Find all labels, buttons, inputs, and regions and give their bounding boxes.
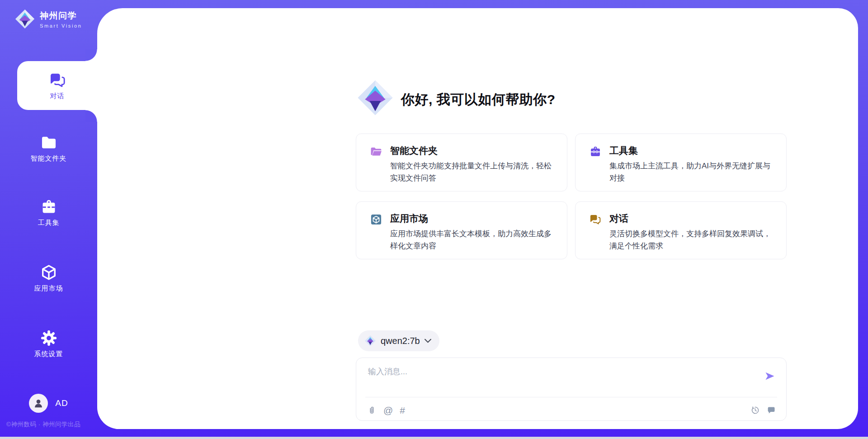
card-title: 智能文件夹 <box>390 145 556 156</box>
avatar <box>29 394 48 413</box>
sidebar-item-smart-folder[interactable]: 智能文件夹 <box>0 134 97 163</box>
brand-subtitle: Smart Vision <box>40 23 82 29</box>
at-icon: @ <box>383 406 393 415</box>
composer-divider <box>365 397 777 397</box>
card-description: 应用市场提供丰富长文本模板，助力高效生成多样化文章内容 <box>390 228 556 252</box>
card-description: 集成市场上主流工具，助力AI与外界无缝扩展与对接 <box>609 160 775 184</box>
card-smart-folder[interactable]: 智能文件夹 智能文件夹功能支持批量文件上传与清洗，轻松实现文件问答 <box>356 134 567 191</box>
sidebar-item-app-market[interactable]: 应用市场 <box>0 264 97 293</box>
card-chat[interactable]: 对话 灵活切换多模型文件，支持多样回复效果调试，满足个性化需求 <box>575 201 787 259</box>
brand-diamond-icon <box>364 335 376 347</box>
cube-grid-icon <box>370 213 382 226</box>
chat-bubble-icon <box>767 406 776 415</box>
sidebar-item-chat[interactable]: 对话 <box>17 61 97 110</box>
user-name: AD <box>55 398 68 408</box>
attach-file-button[interactable] <box>367 406 377 415</box>
message-input[interactable] <box>367 365 753 393</box>
topic-button[interactable]: # <box>400 406 405 415</box>
chat-bubbles-icon <box>48 71 67 89</box>
sidebar-item-label: 系统设置 <box>34 350 63 358</box>
sidebar-item-label: 应用市场 <box>34 284 63 293</box>
history-button[interactable] <box>750 406 760 415</box>
composer-toolbar: @ # <box>367 402 776 418</box>
send-plane-icon <box>764 370 776 382</box>
sidebar-item-toolset[interactable]: 工具集 <box>0 198 97 227</box>
model-selector[interactable]: qwen2:7b <box>358 330 439 351</box>
briefcase-icon <box>40 198 58 215</box>
hash-icon: # <box>400 406 405 415</box>
history-icon <box>750 406 760 415</box>
sidebar-item-label: 智能文件夹 <box>31 154 67 163</box>
card-title: 工具集 <box>609 145 775 156</box>
person-icon <box>33 397 44 409</box>
folder-icon <box>40 134 58 151</box>
assistant-logo-icon <box>356 79 394 117</box>
sidebar-item-label: 工具集 <box>38 219 60 227</box>
model-name: qwen2:7b <box>381 336 420 346</box>
gear-icon <box>40 329 58 347</box>
greeting-title: 你好, 我可以如何帮助你? <box>401 91 556 109</box>
paperclip-icon <box>367 406 377 415</box>
sidebar-item-label: 对话 <box>50 92 65 100</box>
card-title: 对话 <box>609 213 775 224</box>
tab-fillet-bottom <box>85 110 97 122</box>
brand-diamond-icon <box>14 9 35 29</box>
card-description: 灵活切换多模型文件，支持多样回复效果调试，满足个性化需求 <box>609 228 775 252</box>
card-title: 应用市场 <box>390 213 556 224</box>
copyright: ©神州数码 · 神州问学出品 <box>6 420 80 429</box>
user-profile[interactable]: AD <box>0 394 97 413</box>
main-panel: 你好, 我可以如何帮助你? 智能文件夹 智能文件夹功能支持批量文件上传与清洗，轻… <box>97 8 858 429</box>
chevron-down-icon <box>425 339 431 343</box>
mention-button[interactable]: @ <box>383 406 393 415</box>
card-app-market[interactable]: 应用市场 应用市场提供丰富长文本模板，助力高效生成多样化文章内容 <box>356 201 567 259</box>
new-chat-button[interactable] <box>767 406 776 415</box>
window-bottom-edge <box>0 437 868 439</box>
card-description: 智能文件夹功能支持批量文件上传与清洗，轻松实现文件问答 <box>390 160 556 184</box>
sidebar-item-settings[interactable]: 系统设置 <box>0 329 97 358</box>
brand: 神州问学 Smart Vision <box>14 9 82 29</box>
folder-open-icon <box>370 145 382 158</box>
composer: @ # <box>356 358 787 421</box>
cube-icon <box>40 264 58 281</box>
chat-bubbles-icon <box>589 213 602 226</box>
sidebar: 神州问学 Smart Vision 对话 智能文件夹 <box>0 0 97 439</box>
briefcase-icon <box>589 145 602 158</box>
app-root: 神州问学 Smart Vision 对话 智能文件夹 <box>0 0 868 439</box>
send-button[interactable] <box>762 368 778 384</box>
tab-fillet-top <box>85 49 97 61</box>
card-toolset[interactable]: 工具集 集成市场上主流工具，助力AI与外界无缝扩展与对接 <box>575 134 787 191</box>
brand-name: 神州问学 <box>40 10 82 22</box>
